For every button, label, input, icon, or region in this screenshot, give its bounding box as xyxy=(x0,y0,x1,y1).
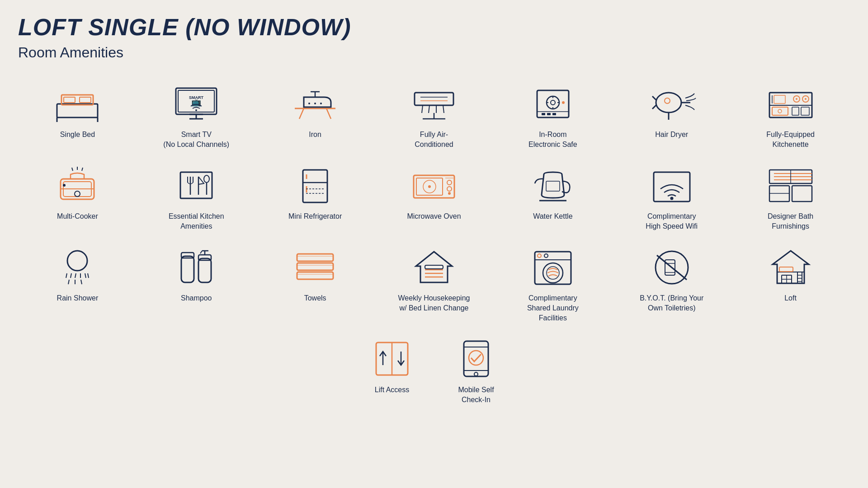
svg-rect-109 xyxy=(181,256,194,282)
byot-label: B.Y.O.T. (Bring YourOwn Toiletries) xyxy=(640,293,703,313)
bottom-amenities-row: Lift Access Mobile SelfCheck-In xyxy=(18,334,850,412)
svg-rect-116 xyxy=(297,263,333,270)
svg-rect-4 xyxy=(64,97,75,103)
kitchenette-label: Fully-EquippedKitchenette xyxy=(766,130,815,149)
safe-icon xyxy=(528,84,578,124)
svg-rect-5 xyxy=(80,97,91,103)
svg-rect-20 xyxy=(415,93,453,105)
svg-point-60 xyxy=(75,191,80,197)
safe-label: In-RoomElectronic Safe xyxy=(528,130,577,149)
smart-tv-icon: SMART 📺 xyxy=(171,84,221,124)
hair-dryer-label: Hair Dryer xyxy=(655,130,688,140)
svg-line-61 xyxy=(72,168,73,171)
amenity-loft: Loft xyxy=(731,243,850,330)
kettle-label: Water Kettle xyxy=(533,211,572,221)
svg-point-19 xyxy=(320,103,322,104)
svg-point-30 xyxy=(547,96,559,109)
amenity-single-bed: Single Bed xyxy=(18,79,137,156)
iron-label: Iron xyxy=(309,130,321,140)
amenity-safe: In-RoomElectronic Safe xyxy=(493,79,612,156)
svg-rect-97 xyxy=(792,186,812,202)
svg-rect-142 xyxy=(779,267,793,272)
svg-line-102 xyxy=(75,273,76,278)
svg-point-154 xyxy=(469,351,483,365)
byot-icon xyxy=(647,247,697,288)
amenity-fridge: Mini Refrigerator xyxy=(256,161,375,238)
shower-icon xyxy=(52,247,102,288)
single-bed-icon xyxy=(52,84,102,124)
svg-point-48 xyxy=(778,109,782,113)
laundry-label: ComplimentaryShared LaundryFacilities xyxy=(527,293,579,323)
loft-icon xyxy=(766,247,816,288)
svg-line-108 xyxy=(88,273,89,278)
svg-point-82 xyxy=(447,180,452,185)
page-subtitle: Room Amenities xyxy=(18,44,850,61)
amenity-shampoo: Shampoo xyxy=(137,243,256,330)
svg-point-86 xyxy=(428,185,431,188)
svg-point-44 xyxy=(665,98,670,103)
amenity-kitchenette: Fully-EquippedKitchenette xyxy=(731,79,850,156)
multi-cooker-label: Multi-Cooker xyxy=(57,211,98,221)
iron-icon xyxy=(290,84,340,124)
svg-rect-117 xyxy=(297,272,333,279)
amenity-laundry: ComplimentaryShared LaundryFacilities xyxy=(493,243,612,330)
checkin-icon xyxy=(451,339,501,380)
svg-point-127 xyxy=(538,254,541,258)
svg-point-72 xyxy=(204,175,209,183)
svg-point-10 xyxy=(195,109,197,111)
hair-dryer-icon xyxy=(647,84,697,124)
svg-line-26 xyxy=(443,105,444,113)
svg-rect-54 xyxy=(801,107,809,115)
svg-rect-133 xyxy=(665,260,675,275)
svg-line-104 xyxy=(85,273,86,278)
svg-rect-56 xyxy=(774,95,785,103)
kitchen-icon xyxy=(171,165,221,206)
amenity-lift: Lift Access xyxy=(363,334,420,412)
amenities-grid: Single Bed SMART 📺 Smart TV(No Local Cha… xyxy=(18,79,850,330)
amenity-multi-cooker: Multi-Cooker xyxy=(18,161,137,238)
svg-line-15 xyxy=(326,108,331,119)
shampoo-label: Shampoo xyxy=(181,293,212,303)
shower-label: Rain Shower xyxy=(57,293,99,303)
multi-cooker-icon xyxy=(52,165,102,206)
shampoo-icon xyxy=(171,247,221,288)
svg-rect-39 xyxy=(547,113,551,115)
amenity-iron: Iron xyxy=(256,79,375,156)
ac-label: Fully Air-Conditioned xyxy=(415,130,453,149)
kitchenette-icon xyxy=(766,84,816,124)
svg-line-24 xyxy=(429,105,429,113)
svg-rect-38 xyxy=(542,113,545,115)
svg-line-105 xyxy=(68,280,69,284)
kitchen-label: Essential KitchenAmenities xyxy=(169,211,224,231)
fridge-label: Mini Refrigerator xyxy=(288,211,342,221)
svg-point-83 xyxy=(447,187,452,191)
svg-point-18 xyxy=(314,103,316,104)
ac-icon xyxy=(409,84,459,124)
svg-rect-47 xyxy=(772,107,788,115)
laundry-icon xyxy=(528,247,578,288)
svg-point-153 xyxy=(474,372,478,376)
towels-label: Towels xyxy=(304,293,326,303)
svg-line-14 xyxy=(299,108,304,119)
fridge-icon xyxy=(290,165,340,206)
svg-point-31 xyxy=(551,100,555,105)
amenity-kettle: Water Kettle xyxy=(493,161,612,238)
svg-line-23 xyxy=(422,105,423,113)
svg-rect-53 xyxy=(792,107,799,115)
svg-rect-0 xyxy=(57,104,98,117)
svg-point-51 xyxy=(796,98,797,100)
loft-label: Loft xyxy=(784,293,797,303)
wifi-icon xyxy=(647,165,697,206)
svg-point-99 xyxy=(67,251,87,271)
amenity-bath: Designer BathFurnishings xyxy=(731,161,850,238)
amenity-byot: B.Y.O.T. (Bring YourOwn Toiletries) xyxy=(612,243,731,330)
svg-line-107 xyxy=(81,280,82,284)
kettle-icon xyxy=(528,165,578,206)
svg-rect-124 xyxy=(425,265,443,269)
amenity-kitchen: Essential KitchenAmenities xyxy=(137,161,256,238)
housekeeping-label: Weekly Housekeepingw/ Bed Linen Change xyxy=(398,293,470,313)
amenity-towels: Towels xyxy=(256,243,375,330)
lift-icon xyxy=(367,339,417,380)
svg-point-52 xyxy=(805,98,807,100)
single-bed-label: Single Bed xyxy=(60,130,95,140)
